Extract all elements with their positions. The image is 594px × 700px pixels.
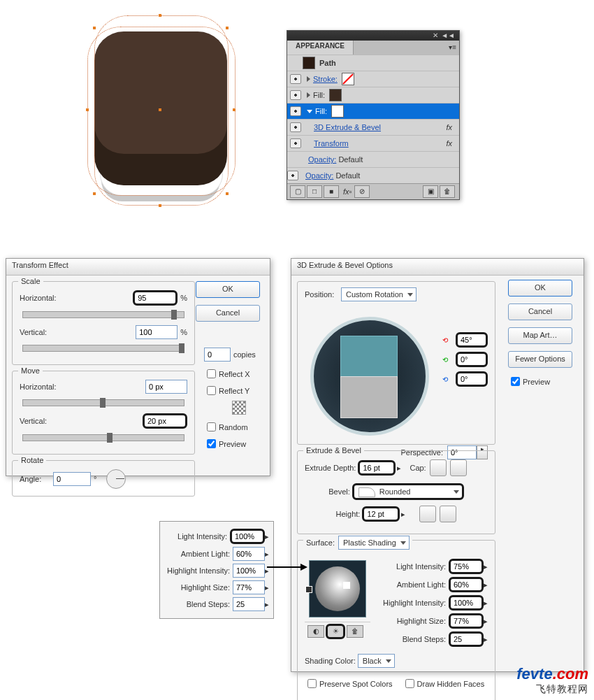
angle-dial[interactable]: [106, 469, 126, 489]
watermark: fevte.com 飞特教程网: [516, 665, 588, 696]
rotate-legend: Rotate: [18, 456, 46, 464]
highlight-intensity-input[interactable]: [233, 564, 265, 578]
registration-point[interactable]: [232, 401, 246, 415]
rot-z-input[interactable]: [456, 371, 488, 387]
blend-steps-input[interactable]: [233, 597, 265, 611]
light-sphere[interactable]: [309, 560, 366, 617]
hidden-faces-checkbox[interactable]: [405, 679, 414, 688]
highlight-size-input[interactable]: [233, 580, 265, 594]
effect-transform[interactable]: Transform: [314, 139, 349, 148]
blend-steps-input[interactable]: [449, 631, 484, 647]
ambient-input[interactable]: [449, 577, 484, 592]
fx-icon: fx: [446, 123, 452, 131]
preview-checkbox[interactable]: [207, 439, 216, 448]
bevel-select[interactable]: Rounded: [352, 483, 464, 500]
expand-icon[interactable]: [307, 92, 310, 98]
expand-icon[interactable]: [307, 76, 310, 82]
random-checkbox[interactable]: [207, 422, 216, 431]
path-label: Path: [319, 59, 336, 67]
opacity-link[interactable]: Opacity:: [308, 155, 336, 164]
opacity-link[interactable]: Opacity:: [305, 171, 333, 180]
extrude-legend: Extrude & Bevel: [303, 446, 364, 455]
z-axis-icon: ⟲: [439, 373, 451, 385]
appearance-panel: ◄◄✕ APPEARANCE▾≡ Path Stroke: Fill: Fill…: [287, 30, 460, 200]
trash-icon[interactable]: 🗑: [440, 185, 455, 198]
collapse-icon[interactable]: [307, 110, 312, 113]
ok-button[interactable]: OK: [196, 281, 260, 298]
add-fx-icon[interactable]: fx▫: [343, 187, 352, 196]
effect-3d-extrude[interactable]: 3D Extrude & Bevel: [314, 123, 381, 131]
new-light-icon[interactable]: ☀: [326, 624, 345, 639]
fill-icon[interactable]: ■: [324, 185, 339, 198]
depth-input[interactable]: [358, 460, 396, 476]
move-legend: Move: [18, 366, 43, 375]
map-art-button[interactable]: Map Art…: [508, 327, 572, 344]
copies-input[interactable]: [204, 348, 231, 362]
x-axis-icon: ⟲: [439, 334, 451, 346]
cancel-button[interactable]: Cancel: [508, 303, 572, 320]
panel-menu-icon[interactable]: ▾≡: [449, 43, 456, 51]
visibility-toggle[interactable]: [287, 171, 298, 180]
close-icon[interactable]: ✕: [433, 31, 438, 41]
fx-icon: fx: [446, 139, 452, 148]
visibility-toggle[interactable]: [290, 122, 301, 132]
triangle-icon[interactable]: ◄◄: [441, 31, 455, 41]
bevel-out-button[interactable]: [440, 506, 456, 522]
ambient-input[interactable]: [233, 547, 265, 561]
trash-icon[interactable]: 🗑: [347, 625, 363, 638]
move-h-input[interactable]: [145, 380, 187, 394]
rot-y-input[interactable]: [456, 352, 488, 367]
fill-label: Fill:: [313, 91, 325, 99]
highlight-intensity-input[interactable]: [449, 595, 484, 610]
rot-x-input[interactable]: [456, 332, 488, 348]
light-intensity-input[interactable]: [449, 559, 484, 574]
transform-dialog: Transform Effect OK Cancel Scale Horizon…: [6, 258, 270, 476]
stroke-link[interactable]: Stroke:: [313, 75, 338, 83]
light-back-icon[interactable]: ◐: [307, 625, 324, 638]
preserve-spot-checkbox[interactable]: [307, 679, 317, 688]
3d-extrude-dialog: 3D Extrude & Bevel Options OK Cancel Map…: [291, 258, 584, 672]
highlight-size-input[interactable]: [449, 613, 484, 629]
arrow-icon: [267, 566, 302, 568]
preview-checkbox[interactable]: [511, 377, 520, 386]
stepper-icon[interactable]: ▸: [401, 510, 405, 519]
stroke-icon[interactable]: □: [307, 185, 322, 198]
dialog-title: Transform Effect: [6, 259, 270, 276]
dialog-title: 3D Extrude & Bevel Options: [291, 259, 584, 276]
no-stroke-icon[interactable]: ▢: [290, 185, 305, 198]
light-intensity-input[interactable]: [230, 529, 265, 544]
scale-h-input[interactable]: [133, 290, 178, 306]
duplicate-icon[interactable]: ▣: [423, 185, 438, 198]
fewer-options-button[interactable]: Fewer Options: [508, 351, 572, 368]
rotation-cube[interactable]: [310, 317, 429, 436]
appearance-tab[interactable]: APPEARANCE: [287, 41, 354, 55]
clear-icon[interactable]: ⊘: [354, 185, 370, 198]
ok-button[interactable]: OK: [508, 280, 572, 297]
surface-select[interactable]: Plastic Shading: [338, 536, 410, 550]
fill-swatch[interactable]: [329, 89, 342, 101]
back-light-values: Light Intensity:▸ Ambient Light:▸ Highli…: [159, 521, 274, 619]
visibility-toggle[interactable]: [290, 138, 301, 148]
stroke-swatch[interactable]: [342, 73, 354, 85]
angle-input[interactable]: [53, 472, 91, 486]
bevel-in-button[interactable]: [419, 506, 436, 522]
shading-color-select[interactable]: Black: [358, 654, 395, 668]
move-v-input[interactable]: [143, 413, 187, 429]
visibility-toggle[interactable]: [290, 90, 301, 100]
cap-off-button[interactable]: [450, 459, 467, 476]
y-axis-icon: ⟲: [439, 353, 451, 366]
reflect-x-checkbox[interactable]: [207, 369, 216, 378]
fill-swatch[interactable]: [331, 105, 344, 117]
stepper-icon[interactable]: ▸: [397, 464, 401, 473]
fill-label-selected: Fill:: [315, 107, 327, 115]
scale-legend: Scale: [18, 277, 43, 285]
cap-on-button[interactable]: [430, 459, 447, 476]
visibility-toggle[interactable]: [290, 74, 301, 84]
reflect-y-checkbox[interactable]: [207, 386, 216, 395]
visibility-toggle[interactable]: [290, 106, 301, 116]
bevel-height-input[interactable]: [362, 506, 400, 522]
position-select[interactable]: Custom Rotation: [341, 287, 416, 301]
scale-v-input[interactable]: [136, 325, 178, 339]
cancel-button[interactable]: Cancel: [196, 305, 260, 322]
icon-preview: [73, 0, 255, 227]
